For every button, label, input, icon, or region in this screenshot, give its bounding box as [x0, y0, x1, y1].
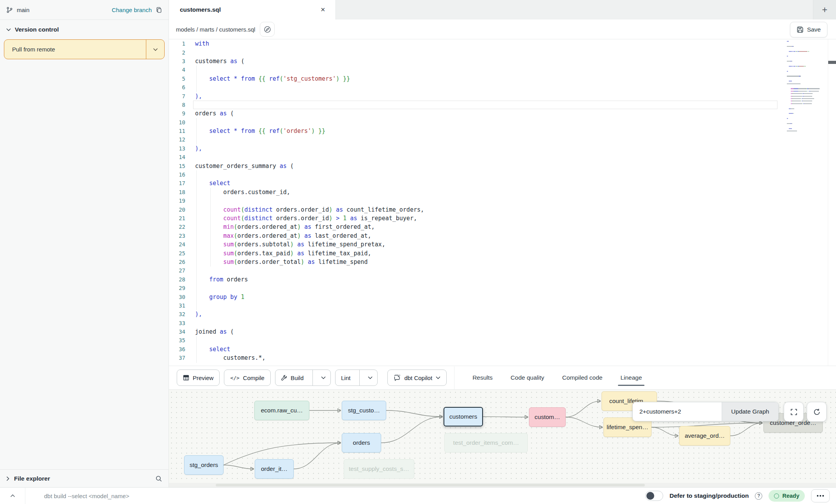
code-line-23[interactable]: 23 max(orders.ordered_at) as last_ordere…	[169, 232, 836, 240]
lineage-node-order-items[interactable]: order_it…	[255, 459, 294, 479]
code-line-28[interactable]: 28 from orders	[169, 275, 836, 284]
code-line-2[interactable]: 2	[169, 48, 836, 57]
code-line-18[interactable]: 18 orders.customer_id,	[169, 188, 836, 196]
code-line-36[interactable]: 36 select	[169, 345, 836, 354]
editor-minimap[interactable]	[787, 41, 826, 133]
code-line-12[interactable]: 12	[169, 135, 836, 144]
code-editor[interactable]: 1with23customers as (45 select * from {{…	[169, 39, 836, 366]
tab-title: customers.sql	[180, 6, 319, 13]
code-line-9[interactable]: 9orders as (	[169, 109, 836, 118]
code-line-30[interactable]: 30 group by 1	[169, 292, 836, 301]
tab-bar: customers.sql ✕ +	[169, 0, 836, 19]
code-line-27[interactable]: 27	[169, 266, 836, 275]
lineage-node-orders[interactable]: orders	[342, 433, 381, 453]
help-icon[interactable]: ?	[755, 492, 762, 500]
code-line-16[interactable]: 16	[169, 170, 836, 179]
code-line-8[interactable]: 8	[169, 101, 836, 109]
code-line-33[interactable]: 33	[169, 319, 836, 327]
lineage-search-input[interactable]: 2+customers+2	[633, 402, 722, 421]
code-line-26[interactable]: 26 sum(orders.order_total) as lifetime_s…	[169, 258, 836, 266]
change-branch-link[interactable]: Change branch	[112, 7, 152, 13]
lineage-node-average-order[interactable]: average_ord…	[679, 426, 730, 446]
lineage-node-customers-semantic[interactable]: custom…	[529, 407, 566, 427]
editor-scrollbar[interactable]	[828, 39, 836, 366]
code-line-20[interactable]: 20 count(distinct orders.order_id) as co…	[169, 205, 836, 214]
code-line-37[interactable]: 37 customers.*,	[169, 354, 836, 362]
lint-options-caret[interactable]	[363, 370, 377, 386]
tab-compiled-code[interactable]: Compiled code	[562, 366, 602, 389]
code-lines: 1with23customers as (45 select * from {{…	[169, 39, 836, 362]
pull-from-remote-button[interactable]: Pull from remote	[4, 39, 165, 59]
copy-icon[interactable]	[156, 7, 162, 13]
lineage-node-stg-customers[interactable]: stg_custo…	[342, 401, 386, 420]
build-options-caret[interactable]	[316, 370, 330, 386]
branch-name: main	[17, 7, 30, 13]
code-line-5[interactable]: 5 select * from {{ ref('stg_customers') …	[169, 74, 836, 83]
code-line-14[interactable]: 14	[169, 153, 836, 161]
code-line-22[interactable]: 22 min(orders.ordered_at) as first_order…	[169, 223, 836, 231]
code-line-34[interactable]: 34joined as (	[169, 327, 836, 336]
lineage-panel[interactable]: ecom.raw_cu…stg_custo…test_order_items_c…	[169, 389, 836, 487]
lineage-node-ecom-raw-customers[interactable]: ecom.raw_cu…	[254, 401, 309, 420]
compass-button[interactable]	[260, 22, 275, 37]
preview-button[interactable]: Preview	[177, 370, 220, 386]
code-line-29[interactable]: 29	[169, 284, 836, 292]
code-text: orders.customer_id,	[195, 189, 290, 196]
code-line-3[interactable]: 3customers as (	[169, 57, 836, 65]
code-line-17[interactable]: 17 select	[169, 179, 836, 187]
build-button[interactable]: Build	[275, 370, 309, 386]
indent-guide	[210, 188, 211, 267]
breadcrumb: models / marts / customers.sql	[176, 26, 255, 33]
code-line-21[interactable]: 21 count(distinct orders.order_id) > 1 a…	[169, 214, 836, 223]
new-tab-button[interactable]: +	[813, 0, 836, 19]
ide-status-badge[interactable]: Ready	[769, 490, 805, 502]
code-line-15[interactable]: 15customer_orders_summary as (	[169, 161, 836, 170]
code-line-32[interactable]: 32),	[169, 310, 836, 318]
tab-customers-sql[interactable]: customers.sql ✕	[169, 0, 336, 19]
command-bar-expand-button[interactable]	[0, 488, 25, 504]
code-line-4[interactable]: 4	[169, 65, 836, 74]
code-line-10[interactable]: 10	[169, 118, 836, 127]
tab-lineage[interactable]: Lineage	[620, 366, 642, 389]
close-icon[interactable]: ✕	[319, 5, 327, 14]
more-options-button[interactable]	[811, 489, 830, 502]
lineage-horizontal-scrollbar[interactable]	[169, 483, 836, 487]
lineage-node-customers[interactable]: customers	[444, 407, 483, 426]
defer-toggle[interactable]	[645, 491, 663, 501]
code-line-7[interactable]: 7),	[169, 92, 836, 100]
code-line-11[interactable]: 11 select * from {{ ref('orders') }}	[169, 127, 836, 135]
update-graph-button[interactable]: Update Graph	[722, 402, 778, 421]
divider	[25, 488, 25, 504]
compile-button[interactable]: </> Compile	[224, 370, 271, 386]
chevron-up-icon	[10, 494, 15, 497]
dbt-copilot-button[interactable]: dbt Copilot	[387, 370, 447, 386]
indent-guide	[196, 65, 197, 92]
scrollbar-thumb[interactable]	[216, 484, 645, 486]
command-input[interactable]: dbt build --select <model_name>	[44, 493, 645, 499]
app-window: main Change branch Version control Pull …	[0, 0, 836, 487]
code-line-24[interactable]: 24 sum(orders.subtotal) as lifetime_spen…	[169, 240, 836, 249]
line-number: 4	[169, 67, 185, 73]
code-line-6[interactable]: 6	[169, 83, 836, 92]
code-line-35[interactable]: 35	[169, 336, 836, 345]
code-line-31[interactable]: 31	[169, 301, 836, 310]
tab-code-quality[interactable]: Code quality	[511, 366, 544, 389]
line-number: 37	[169, 355, 185, 361]
tab-results[interactable]: Results	[472, 366, 493, 389]
line-number: 27	[169, 267, 185, 274]
code-line-1[interactable]: 1with	[169, 39, 836, 48]
code-line-25[interactable]: 25 sum(orders.tax_paid) as lifetime_tax_…	[169, 249, 836, 257]
search-icon[interactable]	[155, 475, 162, 482]
file-explorer-header[interactable]: File explorer	[0, 469, 169, 487]
save-button[interactable]: Save	[790, 22, 827, 37]
code-line-19[interactable]: 19	[169, 196, 836, 205]
pull-options-caret[interactable]	[146, 48, 164, 51]
fullscreen-button[interactable]	[784, 402, 804, 422]
refresh-button[interactable]	[807, 402, 827, 422]
lint-button[interactable]: Lint	[335, 370, 356, 386]
line-number: 29	[169, 285, 185, 291]
code-line-13[interactable]: 13),	[169, 144, 836, 153]
lineage-node-stg-orders[interactable]: stg_orders	[184, 455, 224, 475]
version-control-header[interactable]: Version control	[0, 20, 169, 38]
line-number: 30	[169, 294, 185, 300]
